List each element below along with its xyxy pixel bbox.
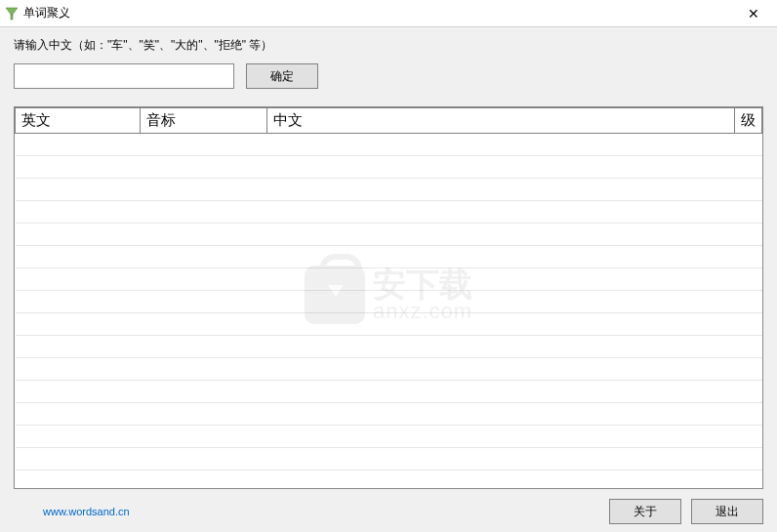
table-row [16, 313, 762, 336]
close-button[interactable]: ✕ [734, 0, 773, 27]
confirm-button[interactable]: 确定 [246, 63, 318, 89]
chinese-input[interactable] [14, 63, 234, 89]
table-row [16, 403, 762, 426]
table-row [16, 201, 762, 224]
website-link[interactable]: www.wordsand.cn [43, 506, 130, 517]
window-title: 单词聚义 [23, 5, 734, 21]
about-button[interactable]: 关于 [609, 499, 681, 524]
app-icon [4, 6, 20, 21]
table-row [16, 179, 762, 201]
table-row [16, 336, 762, 358]
header-english[interactable]: 英文 [16, 108, 141, 134]
table-body [16, 134, 762, 471]
table-row [16, 426, 762, 448]
exit-button[interactable]: 退出 [691, 499, 763, 524]
header-phonetic[interactable]: 音标 [141, 108, 267, 134]
table-row [16, 448, 762, 471]
titlebar: 单词聚义 ✕ [0, 0, 777, 27]
table-header-row: 英文 音标 中文 级 [16, 108, 762, 134]
table-row [16, 134, 762, 156]
svg-rect-0 [11, 15, 13, 20]
header-level[interactable]: 级 [735, 108, 762, 134]
client-area: 请输入中文（如："车"、"笑"、"大的"、"拒绝" 等） 确定 英文 音标 中文… [0, 27, 777, 532]
close-icon: ✕ [748, 6, 759, 21]
table-row [16, 268, 762, 291]
table-row [16, 246, 762, 268]
results-table: 英文 音标 中文 级 [15, 107, 762, 471]
results-table-wrap: 英文 音标 中文 级 [14, 106, 763, 489]
footer: www.wordsand.cn 关于 退出 [14, 489, 763, 524]
header-chinese[interactable]: 中文 [267, 108, 735, 134]
table-row [16, 156, 762, 179]
table-row [16, 224, 762, 246]
table-row [16, 381, 762, 403]
table-row [16, 291, 762, 313]
table-row [16, 358, 762, 381]
input-row: 确定 [14, 63, 763, 89]
prompt-label: 请输入中文（如："车"、"笑"、"大的"、"拒绝" 等） [14, 37, 763, 54]
